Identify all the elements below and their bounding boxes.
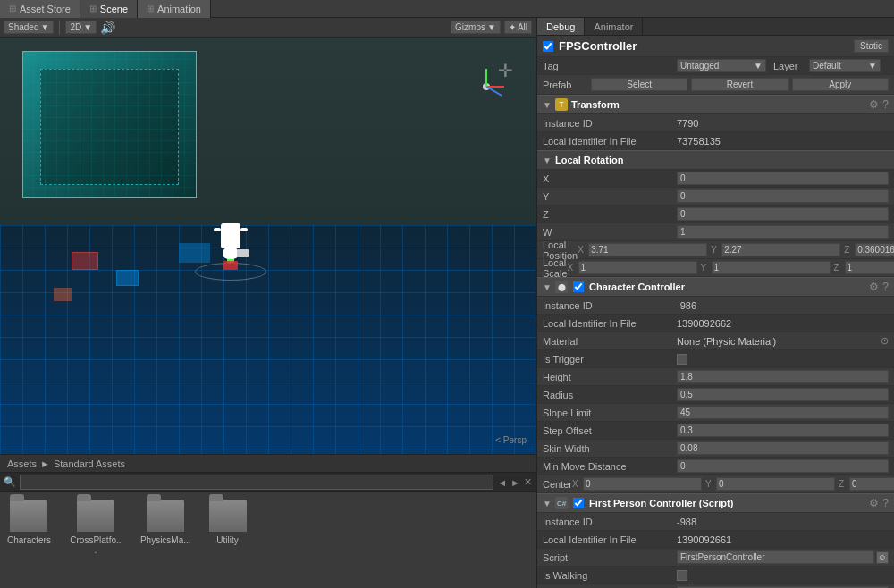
mode-dropdown[interactable]: 2D ▼	[65, 21, 97, 34]
scale-x-input[interactable]	[578, 261, 697, 274]
breadcrumb-standard-assets[interactable]: Standard Assets	[54, 458, 125, 469]
asset-label: PhysicsMa...	[140, 535, 191, 545]
rot-z-label: Z	[543, 209, 677, 220]
animator-tab[interactable]: Animator	[585, 18, 643, 35]
pos-y-field: Y	[711, 243, 840, 256]
persp-label: < Persp	[495, 435, 527, 445]
prev-result-btn[interactable]: ◄	[497, 477, 507, 488]
fps-icon: C#	[555, 497, 568, 509]
cc-height-input[interactable]	[677, 370, 889, 383]
rot-x-input[interactable]	[677, 172, 889, 185]
char-controller-section-header[interactable]: ▼ ⬤ Character Controller ⚙ ?	[537, 277, 894, 297]
tab-scene[interactable]: ⊞ Scene	[80, 0, 138, 18]
gizmo-icon[interactable]: ✛	[498, 60, 513, 81]
script-input[interactable]	[677, 550, 874, 564]
cc-slope-input[interactable]	[677, 406, 889, 419]
fps-enabled-checkbox[interactable]	[573, 498, 584, 508]
local-scale-label: Local Scale	[543, 257, 568, 279]
next-result-btn[interactable]: ►	[510, 477, 520, 488]
transform-settings-icon[interactable]: ⚙	[869, 98, 879, 111]
local-rotation-title: Local Rotation	[555, 155, 889, 165]
cc-skin-input[interactable]	[677, 441, 889, 455]
apply-btn[interactable]: Apply	[792, 78, 889, 91]
right-panel: Debug Animator FPSController Static Tag …	[536, 18, 894, 588]
cc-min-move-input[interactable]	[677, 459, 889, 473]
rot-z-input[interactable]	[677, 207, 889, 221]
scale-x-axis: X	[568, 263, 577, 273]
pos-x-axis: X	[578, 245, 586, 255]
local-rotation-header[interactable]: ▼ Local Rotation	[537, 150, 894, 170]
asset-utility[interactable]: Utility	[209, 500, 247, 555]
rot-y-input[interactable]	[677, 189, 889, 203]
pos-y-axis: Y	[711, 245, 720, 255]
pos-z-axis: Z	[844, 245, 853, 255]
rot-w-input[interactable]	[677, 225, 889, 239]
fps-instance-id-value: -988	[677, 517, 889, 527]
cyan-building	[22, 51, 197, 198]
search-icon: 🔍	[4, 476, 16, 488]
scale-z-input[interactable]	[845, 261, 894, 274]
char-controller-settings-icon[interactable]: ⚙	[869, 281, 879, 293]
fps-settings-icon[interactable]: ⚙	[869, 497, 879, 509]
scene-gizmo[interactable]: ✛	[464, 64, 509, 109]
center-z-input[interactable]	[849, 477, 894, 491]
layer-label: Layer	[773, 61, 809, 71]
scale-y-input[interactable]	[712, 261, 831, 274]
center-z-axis: Z	[839, 479, 848, 489]
rotation-toggle-icon: ▼	[543, 155, 552, 165]
assets-search-bar: 🔍 ◄ ► ✕	[0, 473, 536, 492]
close-search-btn[interactable]: ✕	[524, 476, 532, 488]
script-pick-icon[interactable]: ⊙	[876, 551, 889, 564]
component-enabled-checkbox[interactable]	[543, 41, 553, 52]
tag-dropdown[interactable]: Untagged▼	[677, 59, 766, 72]
viewport-3d[interactable]: ✛ < Persp	[0, 38, 536, 454]
char-controller-help-icon[interactable]: ?	[882, 281, 889, 293]
cc-skin-label: Skin Width	[543, 443, 677, 454]
cc-center-label: Center	[543, 479, 572, 490]
cc-trigger-checkbox[interactable]	[677, 354, 687, 365]
fps-walking-row: Is Walking	[537, 567, 894, 584]
center-y-axis: Y	[705, 479, 714, 489]
layer-dropdown[interactable]: Default▼	[809, 59, 881, 72]
fps-help-icon[interactable]: ?	[882, 497, 889, 509]
static-button[interactable]: Static	[854, 39, 889, 53]
center-x-input[interactable]	[583, 477, 702, 491]
breadcrumb-assets[interactable]: Assets	[7, 458, 37, 469]
transform-help-icon[interactable]: ?	[882, 98, 889, 111]
fps-walking-label: Is Walking	[543, 570, 677, 581]
tab-animation[interactable]: ⊞ Animation	[138, 0, 211, 18]
tab-asset-store[interactable]: ⊞ Asset Store	[0, 0, 80, 18]
cc-instance-id-value: -986	[677, 300, 889, 311]
center-x-field: X	[572, 477, 702, 491]
char-controller-title: Character Controller	[589, 281, 865, 292]
audio-btn[interactable]: 🔊	[100, 21, 115, 35]
revert-btn[interactable]: Revert	[691, 78, 788, 91]
fps-walk-speed-row: Walk Speed	[537, 584, 894, 588]
pos-z-input[interactable]	[855, 243, 894, 256]
inspector-body: FPSController Static Tag Untagged▼ Layer…	[537, 36, 894, 588]
fps-walking-checkbox[interactable]	[677, 570, 687, 581]
cc-step-input[interactable]	[677, 424, 889, 437]
transform-toggle-icon: ▼	[543, 100, 552, 110]
cc-skin-row: Skin Width	[537, 440, 894, 458]
cc-radius-label: Radius	[543, 390, 677, 400]
cc-radius-input[interactable]	[677, 388, 889, 401]
material-pick-icon[interactable]: ⊙	[881, 335, 889, 347]
search-input[interactable]	[20, 475, 493, 490]
select-btn[interactable]: Select	[591, 78, 687, 91]
asset-physicsma[interactable]: PhysicsMa...	[140, 500, 191, 555]
player-character	[221, 223, 240, 263]
center-y-input[interactable]	[716, 477, 835, 491]
cc-slope-label: Slope Limit	[543, 407, 677, 418]
transform-section-header[interactable]: ▼ T Transform ⚙ ?	[537, 95, 894, 114]
pos-x-input[interactable]	[588, 243, 707, 256]
debug-tab[interactable]: Debug	[537, 18, 585, 35]
char-controller-enabled[interactable]	[573, 281, 584, 292]
gizmos-dropdown[interactable]: Gizmos ▼	[451, 21, 501, 34]
shading-dropdown[interactable]: Shaded ▼	[4, 21, 54, 34]
fps-controller-section-header[interactable]: ▼ C# First Person Controller (Script) ⚙ …	[537, 493, 894, 513]
pos-y-input[interactable]	[721, 243, 840, 256]
asset-characters[interactable]: Characters	[7, 500, 51, 555]
layers-dropdown[interactable]: ✦ All	[504, 21, 532, 34]
asset-crossplatfo[interactable]: CrossPlatfo...	[69, 500, 122, 555]
